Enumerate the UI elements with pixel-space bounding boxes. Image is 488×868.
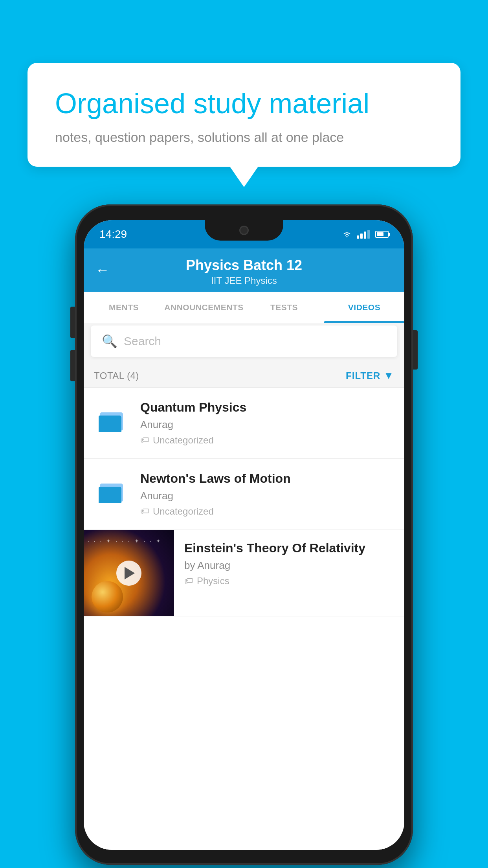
wifi-icon [343, 230, 351, 239]
planet-graphic [92, 581, 123, 612]
play-button[interactable] [116, 561, 141, 586]
total-count: TOTAL (4) [94, 370, 139, 381]
back-button[interactable]: ← [95, 262, 110, 278]
tab-ments[interactable]: MENTS [84, 292, 164, 323]
filter-label: FILTER [346, 370, 380, 381]
power-button[interactable] [413, 330, 418, 370]
video-list: Quantum Physics Anurag 🏷 Uncategorized [84, 388, 404, 850]
filter-icon: ▼ [383, 370, 394, 382]
video-tag: 🏷 Uncategorized [140, 506, 394, 517]
bubble-title: Organised study material [55, 86, 433, 120]
video-author: Anurag [140, 490, 394, 502]
video-folder-icon [94, 400, 129, 436]
video-title: Einstein's Theory Of Relativity [184, 541, 394, 555]
play-icon [125, 567, 135, 579]
list-item[interactable]: Quantum Physics Anurag 🏷 Uncategorized [84, 388, 404, 459]
list-item[interactable]: Einstein's Theory Of Relativity by Anura… [84, 530, 404, 616]
app-title: Physics Batch 12 [186, 257, 302, 274]
video-author: Anurag [140, 419, 394, 431]
video-title: Newton's Laws of Motion [140, 471, 394, 486]
filter-row: TOTAL (4) FILTER ▼ [84, 364, 404, 388]
tag-icon: 🏷 [140, 435, 149, 445]
tab-tests[interactable]: TESTS [244, 292, 324, 323]
front-camera [239, 226, 249, 235]
filter-button[interactable]: FILTER ▼ [346, 370, 394, 382]
status-time: 14:29 [99, 228, 127, 241]
video-folder-icon [94, 471, 129, 507]
video-tag: 🏷 Uncategorized [140, 435, 394, 446]
bubble-subtitle: notes, question papers, solutions all at… [55, 130, 433, 145]
tab-announcements[interactable]: ANNOUNCEMENTS [164, 292, 244, 323]
video-thumbnail [84, 530, 174, 616]
app-header: ← Physics Batch 12 IIT JEE Physics [84, 248, 404, 292]
volume-down-button[interactable] [70, 350, 75, 381]
battery-icon [375, 231, 389, 238]
tag-label: Uncategorized [153, 506, 214, 517]
speech-bubble: Organised study material notes, question… [28, 63, 460, 167]
search-input[interactable]: Search [124, 335, 161, 348]
tag-icon: 🏷 [184, 576, 193, 586]
tag-icon: 🏷 [140, 506, 149, 517]
video-info: Einstein's Theory Of Relativity by Anura… [174, 530, 394, 587]
video-info: Newton's Laws of Motion Anurag 🏷 Uncateg… [140, 471, 394, 517]
phone-screen: 14:29 [84, 220, 404, 850]
video-tag: 🏷 Physics [184, 576, 394, 587]
volume-up-button[interactable] [70, 307, 75, 338]
tag-label: Physics [197, 576, 229, 587]
list-item[interactable]: Newton's Laws of Motion Anurag 🏷 Uncateg… [84, 459, 404, 530]
phone-frame: 14:29 [75, 204, 413, 865]
status-icons [343, 230, 389, 239]
tag-label: Uncategorized [153, 435, 214, 446]
video-title: Quantum Physics [140, 400, 394, 415]
search-icon: 🔍 [102, 334, 117, 349]
app-subtitle: IIT JEE Physics [211, 275, 277, 286]
search-bar[interactable]: 🔍 Search [91, 326, 397, 357]
phone-device: 14:29 [75, 204, 413, 865]
video-info: Quantum Physics Anurag 🏷 Uncategorized [140, 400, 394, 446]
video-author: by Anurag [184, 559, 394, 572]
tabs-bar: MENTS ANNOUNCEMENTS TESTS VIDEOS [84, 292, 404, 323]
phone-notch [205, 220, 283, 241]
tab-videos[interactable]: VIDEOS [324, 292, 404, 323]
signal-icon [357, 230, 370, 239]
